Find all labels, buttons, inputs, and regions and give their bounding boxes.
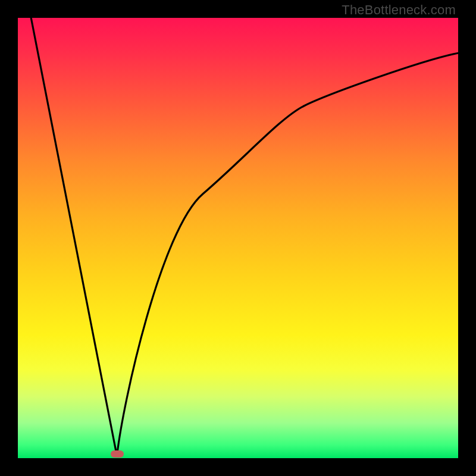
minimum-marker [111, 450, 124, 458]
bottleneck-curve [18, 18, 458, 458]
plot-area [18, 18, 458, 458]
chart-frame: TheBottleneck.com [0, 0, 476, 476]
watermark-text: TheBottleneck.com [342, 2, 456, 18]
